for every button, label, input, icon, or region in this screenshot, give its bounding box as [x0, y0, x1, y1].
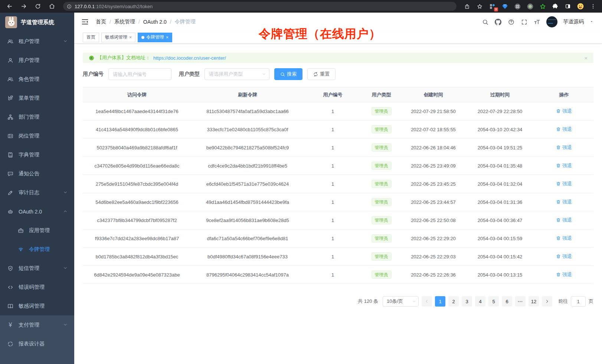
sidebar-item-oauth2-app[interactable]: 应用管理: [0, 221, 74, 240]
code-icon: [7, 284, 13, 290]
page-button-6[interactable]: 6: [502, 296, 512, 307]
alert-close-icon[interactable]: ×: [584, 55, 588, 61]
doc-alert-banner: 【用户体系】文档地址： https://doc.iocoder.cn/user-…: [83, 53, 593, 63]
sidebar-item-role[interactable]: 角色管理: [0, 70, 74, 89]
sidebar-item-notice[interactable]: 通知公告: [0, 164, 74, 183]
browser-home-button[interactable]: [47, 1, 57, 11]
page-button-2[interactable]: 2: [448, 296, 459, 307]
extension-diamond-icon[interactable]: [500, 2, 509, 11]
user-id-label: 用户编号: [83, 71, 104, 77]
audit-log-icon: [7, 190, 13, 196]
sidebar-item-post[interactable]: 岗位管理: [0, 126, 74, 145]
breadcrumb-oauth2[interactable]: OAuth 2.0: [143, 19, 167, 25]
browser-reload-button[interactable]: [33, 1, 43, 11]
user-id-input[interactable]: [108, 68, 171, 80]
extension-command-icon[interactable]: [513, 2, 522, 11]
table-header-row: 访问令牌 刷新令牌 用户编号 用户类型 创建时间 过期时间 操作: [83, 87, 593, 102]
close-icon[interactable]: ×: [129, 35, 132, 40]
user-menu-caret-icon[interactable]: [589, 19, 594, 25]
total-count: 共 120 条: [358, 298, 378, 305]
table-row: 502375b8040a469a9b82188afdf6af1fbe90422b…: [83, 139, 593, 157]
extension-grid-icon[interactable]: 9: [488, 2, 497, 11]
breadcrumb-home[interactable]: 首页: [96, 19, 106, 25]
chevron-left-icon: [425, 299, 429, 304]
alert-text: 【用户体系】文档地址：: [97, 54, 150, 61]
search-icon[interactable]: [481, 18, 489, 26]
help-icon[interactable]: [507, 18, 515, 26]
force-logout-button[interactable]: 强退: [556, 144, 572, 151]
tab-home[interactable]: 首页: [83, 33, 99, 42]
sidebar-item-payment[interactable]: ¥支付管理: [0, 315, 74, 334]
sidebar-item-sensitive-word[interactable]: 敏感词管理: [0, 297, 74, 315]
page-button-5[interactable]: 5: [488, 296, 499, 307]
profile-emoji-avatar[interactable]: [576, 2, 585, 11]
force-logout-button[interactable]: 强退: [556, 108, 572, 115]
site-info-icon[interactable]: [67, 4, 72, 9]
trash-icon: [556, 109, 561, 113]
browser-menu-icon[interactable]: [589, 2, 598, 11]
trash-icon: [556, 127, 561, 132]
user-type-select[interactable]: 请选择用户类型: [205, 68, 269, 80]
next-page-button[interactable]: [542, 296, 552, 307]
sidebar-item-oauth2[interactable]: OAuth 2.0: [0, 202, 74, 221]
side-panel-icon[interactable]: [563, 2, 572, 11]
sidebar-item-menu[interactable]: 菜单管理: [0, 89, 74, 107]
sidebar-item-report-designer[interactable]: 报表设计器: [0, 334, 74, 353]
table-row: 54d6be82ee5a460a9aedc1f9bf22365649d1aa46…: [83, 193, 593, 211]
page-size-select[interactable]: 10条/页: [383, 296, 419, 307]
breadcrumb-system[interactable]: 系统管理: [114, 19, 135, 25]
jumper-suffix: 页: [589, 298, 593, 305]
page-button-3[interactable]: 3: [462, 296, 472, 307]
jumper-input[interactable]: [571, 296, 586, 307]
prev-page-button[interactable]: [422, 296, 432, 307]
trash-icon: [556, 181, 561, 186]
fullscreen-icon[interactable]: [520, 18, 528, 26]
active-tab-dot: [141, 36, 144, 39]
user-avatar[interactable]: [546, 16, 557, 27]
reset-button[interactable]: 重置: [307, 68, 336, 80]
force-logout-button[interactable]: 强退: [556, 235, 572, 242]
browser-toolbar: 127.0.0.1:1024/system/oauth2/token 9: [0, 0, 602, 13]
browser-forward-button[interactable]: [19, 1, 29, 11]
tab-token-management[interactable]: 令牌管理×: [138, 33, 172, 42]
app-logo[interactable]: 芋道管理系统: [0, 13, 74, 32]
username[interactable]: 芋道源码: [563, 19, 584, 25]
sidebar-item-sms[interactable]: 短信管理: [0, 259, 74, 278]
extension-green-star-icon[interactable]: [538, 2, 547, 11]
col-created-time: 创建时间: [401, 87, 465, 102]
force-logout-button[interactable]: 强退: [556, 253, 572, 260]
close-icon[interactable]: ×: [166, 35, 169, 40]
force-logout-button[interactable]: 强退: [556, 199, 572, 205]
search-button[interactable]: 搜索: [274, 68, 302, 80]
sidebar-item-error-code[interactable]: 错误码管理: [0, 278, 74, 297]
sidebar-item-tenant[interactable]: 租户管理: [0, 32, 74, 51]
page-button-4[interactable]: 4: [475, 296, 485, 307]
extensions-puzzle-icon[interactable]: [551, 2, 560, 11]
more-pages-button[interactable]: •••: [515, 296, 526, 307]
browser-back-button[interactable]: [4, 1, 15, 11]
extension-record-icon[interactable]: [526, 2, 534, 11]
share-icon[interactable]: [462, 2, 471, 11]
col-user-type: 用户类型: [361, 87, 401, 102]
sidebar-collapse-icon[interactable]: [80, 17, 90, 27]
force-logout-button[interactable]: 强退: [556, 126, 572, 133]
user-type-tag: 管理员: [372, 252, 392, 261]
table-row: 275e5de9151045fe87cbdc395e004f4de6cfd40e…: [83, 175, 593, 193]
page-button-12[interactable]: 12: [529, 296, 539, 307]
sidebar-item-audit-log[interactable]: 审计日志: [0, 183, 74, 202]
tab-sensitive-word[interactable]: 敏感词管理×: [101, 33, 135, 42]
bookmark-star-icon[interactable]: [475, 2, 484, 11]
page-button-1[interactable]: 1: [435, 296, 445, 307]
sidebar-item-oauth2-token[interactable]: 令牌管理: [0, 240, 74, 259]
force-logout-button[interactable]: 强退: [556, 271, 572, 278]
sidebar-item-user[interactable]: 用户管理: [0, 51, 74, 70]
font-size-icon[interactable]: [533, 18, 541, 26]
force-logout-button[interactable]: 强退: [556, 217, 572, 224]
force-logout-button[interactable]: 强退: [556, 162, 572, 169]
sidebar-item-dict[interactable]: 字典管理: [0, 145, 74, 164]
force-logout-button[interactable]: 强退: [556, 181, 572, 187]
doc-link[interactable]: https://doc.iocoder.cn/user-center/: [153, 55, 226, 61]
sidebar-item-department[interactable]: 部门管理: [0, 107, 74, 126]
github-icon[interactable]: [494, 18, 502, 26]
address-bar[interactable]: 127.0.0.1:1024/system/oauth2/token: [63, 2, 457, 11]
